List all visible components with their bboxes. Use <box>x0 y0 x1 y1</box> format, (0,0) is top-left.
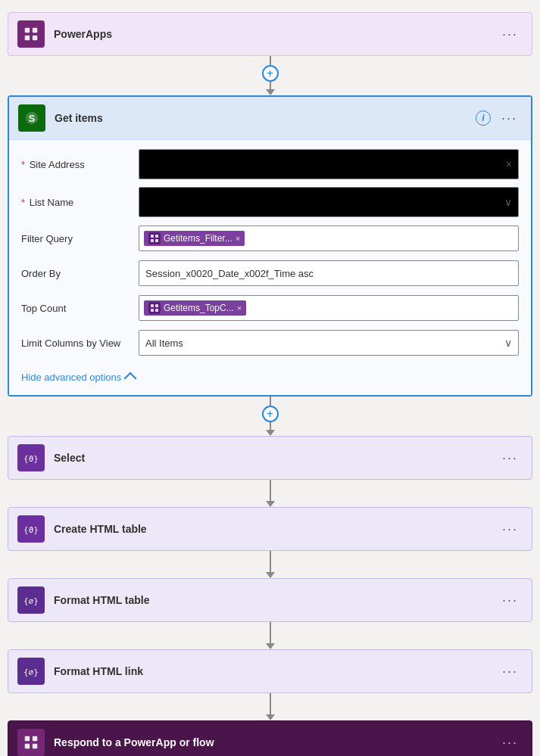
svg-rect-20 <box>25 744 30 748</box>
format-link-title: Format HTML link <box>54 665 498 677</box>
powerapps-title: PowerApps <box>54 28 498 40</box>
filter-query-label: Filter Query <box>21 233 139 244</box>
add-step-button-1[interactable]: + <box>262 65 279 82</box>
connector-line-6 <box>270 693 271 715</box>
connector-1: + <box>262 56 279 95</box>
filter-tag-icon <box>148 232 161 244</box>
site-address-input[interactable]: × <box>139 149 519 179</box>
svg-text:{ϑ}: {ϑ} <box>23 454 39 464</box>
create-html-icon: {ϑ} <box>17 515 45 543</box>
svg-rect-9 <box>155 239 158 242</box>
select-icon-svg: {ϑ} <box>23 450 39 466</box>
format-html-menu[interactable]: ··· <box>498 590 523 611</box>
getitems-header: S Get items i ··· <box>9 97 531 140</box>
svg-rect-18 <box>25 736 30 741</box>
getitems-body: * Site Address × * List Name ∨ Filt <box>9 140 531 395</box>
hide-advanced-toggle[interactable]: Hide advanced options <box>21 364 519 386</box>
svg-rect-6 <box>151 235 154 238</box>
powerapps-card: PowerApps ··· <box>8 12 532 56</box>
top-count-tag-svg <box>150 303 159 313</box>
powerapps-icon <box>17 20 45 48</box>
connector-arrow-2 <box>266 430 275 436</box>
respond-icon-svg <box>23 734 39 751</box>
svg-rect-0 <box>25 28 30 33</box>
connector-line-3 <box>270 480 271 502</box>
site-address-label: * Site Address <box>21 159 139 170</box>
sharepoint-icon: S <box>18 104 45 132</box>
filter-tag-close[interactable]: × <box>236 234 240 243</box>
create-html-card: {ϑ} Create HTML table ··· <box>8 507 532 551</box>
order-by-label: Order By <box>21 268 139 279</box>
format-link-menu[interactable]: ··· <box>498 661 523 683</box>
format-html-icon: {∅} <box>17 586 45 614</box>
order-by-row: Order By Session_x0020_Date_x002f_Time a… <box>21 260 519 287</box>
select-icon: {ϑ} <box>17 444 45 471</box>
top-count-input[interactable]: Getitems_TopC... × <box>139 295 519 321</box>
svg-text:{∅}: {∅} <box>23 667 39 677</box>
list-name-caret: ∨ <box>504 196 512 208</box>
connector-line-5 <box>270 622 271 644</box>
limit-columns-label: Limit Columns by View <box>21 338 139 349</box>
connector-6 <box>266 693 275 720</box>
filter-query-input[interactable]: Getitems_Filter... × <box>139 226 519 251</box>
getitems-menu[interactable]: ··· <box>497 107 522 129</box>
format-html-icon-svg: {∅} <box>23 592 39 608</box>
create-html-menu[interactable]: ··· <box>498 518 523 540</box>
hide-advanced-label: Hide advanced options <box>21 372 121 383</box>
svg-text:{ϑ}: {ϑ} <box>23 525 39 535</box>
site-address-row: * Site Address × <box>21 149 519 179</box>
respond-card: Respond to a PowerApp or flow ··· <box>8 720 532 756</box>
connector-arrow-4 <box>266 572 275 578</box>
svg-text:S: S <box>29 113 36 124</box>
site-address-clear[interactable]: × <box>506 158 512 170</box>
respond-title: Respond to a PowerApp or flow <box>54 736 498 748</box>
connector-arrow-3 <box>266 501 275 507</box>
svg-rect-10 <box>151 304 154 307</box>
svg-rect-13 <box>155 309 158 312</box>
powerapps-menu[interactable]: ··· <box>498 23 523 45</box>
create-html-title: Create HTML table <box>54 523 498 535</box>
select-title: Select <box>54 452 498 464</box>
filter-query-row: Filter Query Getitems_Filter... <box>21 225 519 252</box>
format-link-icon: {∅} <box>17 658 45 685</box>
svg-rect-7 <box>155 235 158 238</box>
svg-rect-19 <box>33 736 37 741</box>
powerapps-icon-svg <box>23 26 39 42</box>
respond-header: Respond to a PowerApp or flow ··· <box>8 721 532 756</box>
connector-arrow-1 <box>266 89 275 95</box>
format-link-icon-svg: {∅} <box>23 663 39 680</box>
limit-columns-input[interactable]: All Items ∨ <box>139 330 519 356</box>
order-by-input[interactable]: Session_x0020_Date_x002f_Time asc <box>139 260 519 286</box>
connector-arrow-6 <box>266 714 275 720</box>
list-name-label: * List Name <box>21 197 139 208</box>
format-html-card: {∅} Format HTML table ··· <box>8 578 532 622</box>
top-count-label: Top Count <box>21 303 139 314</box>
connector-4 <box>266 551 275 578</box>
svg-rect-11 <box>155 304 158 307</box>
filter-tag-svg <box>150 234 159 243</box>
format-link-card: {∅} Format HTML link ··· <box>8 649 532 693</box>
required-star-2: * <box>21 197 25 208</box>
filter-query-tag: Getitems_Filter... × <box>144 231 245 246</box>
getitems-info-button[interactable]: i <box>476 110 491 126</box>
list-name-input[interactable]: ∨ <box>139 187 519 217</box>
getitems-card: S Get items i ··· * Site Address × <box>8 95 532 397</box>
select-menu[interactable]: ··· <box>498 447 523 469</box>
required-star-1: * <box>21 159 25 170</box>
svg-rect-2 <box>25 36 30 40</box>
select-card: {ϑ} Select ··· <box>8 436 532 480</box>
flow-canvas: PowerApps ··· + S Get items i ··· <box>8 12 532 756</box>
connector-line-2a <box>270 397 271 406</box>
format-html-header: {∅} Format HTML table ··· <box>8 579 532 621</box>
top-count-tag-close[interactable]: × <box>237 303 242 313</box>
respond-menu[interactable]: ··· <box>498 732 523 754</box>
connector-line-4 <box>270 551 271 573</box>
select-header: {ϑ} Select ··· <box>8 437 532 479</box>
add-step-button-2[interactable]: + <box>262 406 279 422</box>
top-count-tag: Getitems_TopC... × <box>144 300 246 316</box>
list-name-row: * List Name ∨ <box>21 187 519 217</box>
connector-3 <box>266 480 275 507</box>
respond-icon <box>17 729 45 756</box>
svg-rect-1 <box>33 28 37 33</box>
top-count-row: Top Count Getitems_TopC... × <box>21 294 519 322</box>
